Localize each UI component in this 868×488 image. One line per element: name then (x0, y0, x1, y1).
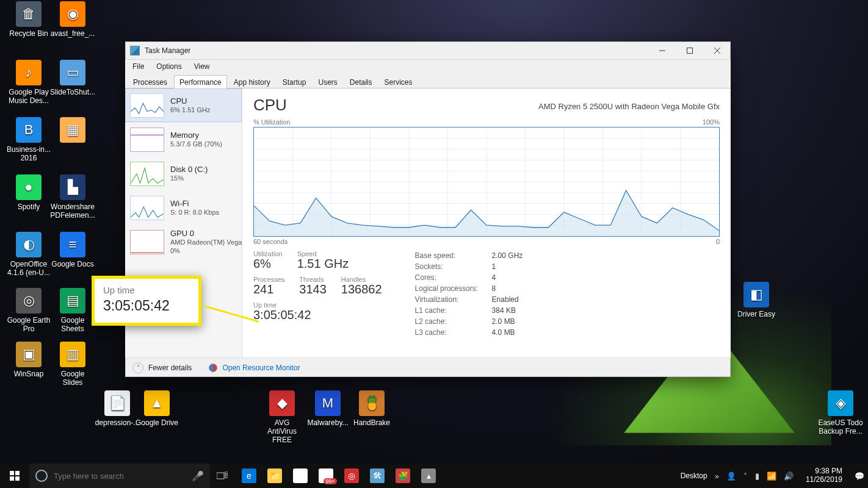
fewer-details-link[interactable]: Fewer details (148, 364, 192, 372)
desktop-icon[interactable]: ◉avast_free_... (50, 1, 95, 38)
taskbar-pin[interactable]: 📁 (262, 464, 287, 488)
detail-row: Virtualization:Enabled (415, 294, 523, 305)
tab-app-history[interactable]: App history (228, 75, 276, 88)
threads-value: 3143 (299, 282, 327, 296)
people-icon[interactable]: 👤 (726, 472, 736, 481)
taskbar-pin[interactable]: 🛠 (365, 464, 389, 488)
icon-label: Google Docs (50, 260, 95, 268)
desktop-icon[interactable]: ≡Google Docs (50, 232, 95, 268)
chevron-expand-icon[interactable]: » (715, 472, 719, 481)
close-button[interactable] (703, 41, 731, 60)
sidebar-item-title: GPU 0 (170, 229, 242, 239)
icon-label: Driver Easy (734, 310, 779, 318)
sidebar-item-sub: 5.3/7.6 GB (70%) (170, 140, 222, 149)
cpu-utilization-chart[interactable] (253, 127, 720, 237)
detail-value: 4 (492, 272, 496, 283)
desktop-icon[interactable]: ▥Google Slides (50, 342, 95, 387)
svg-rect-5 (217, 473, 224, 479)
desktop-icon[interactable]: ▦ (50, 117, 95, 145)
detail-row: Cores:4 (415, 272, 523, 283)
detail-value: Enabled (492, 294, 519, 305)
desktop-icon[interactable]: BBusiness-in... 2016 (6, 117, 51, 162)
tab-services[interactable]: Services (379, 75, 418, 88)
desktop-icon[interactable]: ▙Wondershare PDFelemen... (50, 174, 95, 220)
tab-processes[interactable]: Processes (128, 75, 173, 88)
taskbar-search[interactable]: 🎤 (29, 464, 210, 488)
performance-main: CPU AMD Ryzen 5 2500U with Radeon Vega M… (242, 88, 731, 357)
sidebar-item-cpu[interactable]: CPU 6% 1.51 GHz (125, 88, 242, 123)
svg-rect-6 (225, 472, 228, 474)
app-icon: ▙ (60, 174, 85, 200)
search-input[interactable] (54, 472, 186, 481)
app-icon: ▣ (16, 342, 42, 367)
mini-chart-icon (130, 127, 164, 152)
sidebar-item-title: Memory (170, 131, 222, 140)
menu-view[interactable]: View (192, 61, 212, 72)
sidebar-item-sub: AMD Radeon(TM) Vega (170, 239, 242, 247)
desktop-icon[interactable]: ▭SlideToShut... (50, 60, 95, 96)
app-icon: ◎ (16, 288, 42, 314)
uptime-callout: Up time 3:05:05:42 (92, 276, 201, 326)
sidebar-item-title: Disk 0 (C:) (170, 165, 208, 174)
desktop-icon[interactable]: ▲Google Drive (134, 390, 179, 427)
tab-performance[interactable]: Performance (174, 75, 227, 88)
svg-rect-4 (15, 476, 20, 481)
desktop-icon[interactable]: ♪Google Play Music Des... (6, 60, 51, 105)
task-view-button[interactable] (210, 464, 234, 488)
mini-chart-icon (130, 93, 164, 118)
sidebar-item-gpu[interactable]: GPU 0 AMD Radeon(TM) Vega0% (125, 225, 242, 259)
desktop-icon[interactable]: ▣WinSnap (6, 342, 51, 378)
battery-icon[interactable]: ▮ (755, 472, 759, 481)
desktop-icon[interactable]: ◎Google Earth Pro (6, 288, 51, 333)
sidebar-item-disk[interactable]: Disk 0 (C:) 15% (125, 157, 242, 191)
taskbar-pin[interactable]: e (237, 464, 261, 488)
callout-value: 3:05:05:42 (103, 298, 190, 314)
cpu-model-name: AMD Ryzen 5 2500U with Radeon Vega Mobil… (538, 102, 720, 111)
tab-startup[interactable]: Startup (277, 75, 312, 88)
desktop-icon[interactable]: ◆AVG AntiVirus FREE (259, 390, 305, 444)
taskbar-clock[interactable]: 9:38 PM 11/26/2019 (801, 467, 847, 484)
overflow-tray-icon[interactable]: ˄ (743, 472, 748, 481)
desktop-icon[interactable]: ◧Driver Easy (734, 282, 779, 318)
detail-key: Sockets: (415, 261, 482, 272)
desktop-icon[interactable]: ●Spotify (6, 174, 51, 211)
wifi-icon[interactable]: 📶 (767, 472, 776, 481)
desktop-toolbar-label[interactable]: Desktop (681, 472, 707, 480)
icon-label: SlideToShut... (50, 88, 95, 96)
sidebar-item-mem[interactable]: Memory 5.3/7.6 GB (70%) (125, 123, 242, 157)
desktop-icon[interactable]: 🗑Recycle Bin (6, 1, 51, 38)
callout-label: Up time (103, 285, 190, 295)
maximize-button[interactable] (676, 41, 703, 60)
sidebar-item-title: CPU (170, 96, 210, 106)
desktop-icon[interactable]: MMalwareby... (305, 390, 350, 427)
desktop-icon[interactable]: ◈EaseUS Todo Backup Fre... (818, 390, 863, 436)
icon-label: depression-... (95, 418, 140, 427)
chart-bottomleft: 60 seconds (253, 238, 288, 245)
minimize-button[interactable] (648, 41, 676, 60)
desktop-icon[interactable]: 🍍HandBrake (349, 390, 394, 427)
taskbar-pin[interactable]: ▴ (416, 464, 441, 488)
titlebar[interactable]: Task Manager (125, 41, 731, 60)
desktop-icon[interactable]: 📄depression-... (95, 390, 140, 427)
taskbar-pin[interactable]: ✉99+ (314, 464, 338, 488)
tab-users[interactable]: Users (313, 75, 342, 88)
sidebar-item-sub: 6% 1.51 GHz (170, 106, 210, 115)
mic-icon[interactable]: 🎤 (192, 470, 204, 482)
taskbar-pin[interactable]: 🧩 (391, 464, 415, 488)
tab-details[interactable]: Details (344, 75, 378, 88)
sidebar-item-wifi[interactable]: Wi-Fi S: 0 R: 8.0 Kbps (125, 191, 242, 225)
desktop-icon[interactable]: ◐OpenOffice 4.1.6 (en-U... (6, 232, 51, 277)
desktop-icon[interactable]: ▤Google Sheets (50, 288, 95, 333)
action-center-icon[interactable]: 💬 (855, 472, 864, 481)
chevron-up-icon[interactable]: ˄ (132, 362, 143, 373)
volume-icon[interactable]: 🔊 (784, 472, 794, 481)
taskbar-pin[interactable]: 🛍 (288, 464, 313, 488)
menu-options[interactable]: Options (154, 61, 184, 72)
icon-label: Google Sheets (50, 316, 95, 333)
menu-file[interactable]: File (130, 61, 146, 72)
start-button[interactable] (0, 464, 29, 488)
taskbar-pin[interactable]: ◎ (339, 464, 364, 488)
icon-label: HandBrake (349, 418, 394, 427)
icon-label: Google Play Music Des... (6, 88, 51, 105)
open-resource-monitor-link[interactable]: Open Resource Monitor (222, 364, 300, 372)
